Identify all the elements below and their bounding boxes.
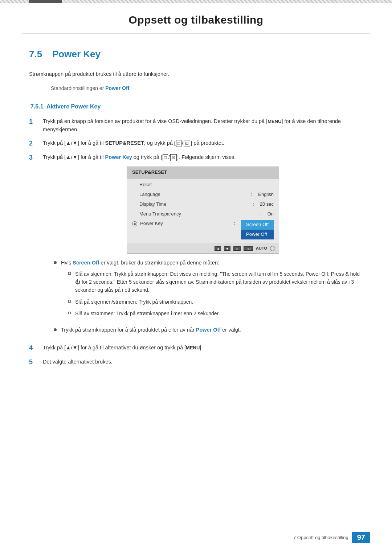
osd-label-language: Language (139, 191, 249, 198)
step-5: Det valgte alternativet brukes. (29, 358, 363, 367)
sub-bullet-3: Slå av strømmen: Trykk på strømknappen i… (68, 309, 363, 317)
sub-bullet-square-2 (68, 300, 71, 303)
sub-bullet-square-3 (68, 312, 71, 314)
sub-bullet-1: Slå av skjermen: Trykk på strømknappen. … (68, 270, 363, 294)
subsection-heading: 7.5.1 Aktivere Power Key (29, 103, 363, 110)
osd-screenshot: SETUP&RESET Reset Language : English Dis… (127, 167, 279, 253)
sub-bullet-2: Slå på skjermen/strømmen: Trykk på strøm… (68, 298, 363, 306)
osd-label-display-time: Display Time (139, 201, 250, 208)
osd-footer-icon-1: ◄ (215, 246, 221, 251)
osd-label-power-key: Power Key (140, 220, 232, 227)
main-content: 7.5 Power Key Strømknappen på produktet … (0, 34, 392, 401)
icon-box-double: ⊡ (184, 140, 190, 147)
osd-footer-circle (270, 246, 275, 251)
osd-header: SETUP&RESET (127, 167, 279, 178)
osd-submenu-power-off: Power Off (241, 230, 274, 239)
default-note: Standardinnstillingen er Power Off. (51, 84, 363, 92)
step-1-text: Trykk på en knapp på forsiden av produkt… (43, 117, 363, 134)
osd-footer-icon-4: □⊡ (244, 246, 253, 251)
bullet-section: Hvis Screen Off er valgt, bruker du strø… (54, 259, 363, 334)
osd-footer: ◄ ▼ A □⊡ AUTO (127, 243, 279, 253)
step-2: Trykk på [▲/▼] for å gå til SETUP&RESET,… (29, 139, 363, 148)
osd-footer-auto: AUTO (256, 245, 267, 252)
step-4: Trykk på [▲/▼] for å gå til alternativet… (29, 344, 363, 353)
section-number: 7.5 (29, 49, 46, 60)
bullet-item-power-off: Trykk på strømknappen for å slå produkte… (54, 326, 363, 334)
screen-off-label: Screen Off (73, 260, 99, 266)
section-heading: 7.5 Power Key (29, 49, 363, 60)
page-footer: 7 Oppsett og tilbakestilling 97 (293, 532, 370, 543)
steps-list: Trykk på en knapp på forsiden av produkt… (29, 117, 363, 367)
default-note-bold: Power Off (105, 85, 129, 91)
setup-reset-label: SETUP&RESET (105, 140, 144, 146)
osd-submenu-screen-off: Screen Off (241, 220, 274, 230)
osd-value-menu-transparency: On (264, 210, 274, 218)
osd-footer-icon-3: A (233, 246, 241, 251)
step-4-text: Trykk på [▲/▼] for å gå til alternativet… (43, 344, 203, 353)
top-accent-bar (29, 0, 62, 3)
icon-box-single-2: □ (163, 154, 168, 161)
footer-page-number: 97 (352, 532, 370, 543)
page-title: Oppsett og tilbakestilling (22, 14, 370, 26)
icon-box-double-2: ⊡ (170, 154, 177, 161)
power-key-label: Power Key (105, 154, 132, 160)
menu-key-2: MENU (186, 345, 200, 350)
osd-label-menu-transparency: Menu Transparency (139, 210, 258, 218)
footer-chapter-text: 7 Oppsett og tilbakestilling (293, 535, 348, 540)
page-header: Oppsett og tilbakestilling (22, 3, 370, 34)
osd-row-menu-transparency: Menu Transparency : On (127, 209, 279, 219)
sub-bullet-square-1 (68, 272, 71, 275)
icon-box-single: □ (176, 140, 181, 147)
osd-body: Reset Language : English Display Time : … (127, 178, 279, 243)
subsection-number: 7.5.1 (30, 103, 44, 110)
osd-row-display-time: Display Time : 20 sec (127, 200, 279, 209)
osd-row-language: Language : English (127, 190, 279, 200)
osd-label-reset: Reset (139, 181, 274, 189)
bullet-text-power-off: Trykk på strømknappen for å slå produkte… (61, 326, 363, 334)
osd-submenu: Screen Off Power Off (241, 220, 274, 239)
section-title: Power Key (52, 49, 101, 60)
osd-value-display-time: 20 sec (256, 201, 274, 208)
subsection-title: Aktivere Power Key (46, 103, 101, 110)
sub-bullet-text-3: Slå av strømmen: Trykk på strømknappen i… (75, 309, 363, 317)
step-3: Trykk på [▲/▼] for å gå til Power Key og… (29, 153, 363, 338)
step-2-text: Trykk på [▲/▼] for å gå til SETUP&RESET,… (43, 139, 224, 148)
sub-bullet-text-1: Slå av skjermen: Trykk på strømknappen. … (75, 270, 363, 294)
sub-bullet-list-1: Slå av skjermen: Trykk på strømknappen. … (68, 270, 363, 318)
osd-footer-icon-2: ▼ (224, 246, 230, 251)
sub-bullet-text-2: Slå på skjermen/strømmen: Trykk på strøm… (75, 298, 363, 306)
default-note-suffix: . (129, 85, 131, 91)
step-3-text: Trykk på [▲/▼] for å gå til Power Key og… (43, 153, 363, 338)
default-note-prefix: Standardinnstillingen er (51, 85, 105, 91)
bullet-text-screen-off: Hvis Screen Off er valgt, bruker du strø… (61, 259, 363, 321)
step-5-text: Det valgte alternativet brukes. (43, 358, 113, 367)
osd-value-language: English (254, 191, 274, 198)
bullet-dot-1 (54, 261, 57, 264)
step-1: Trykk på en knapp på forsiden av produkt… (29, 117, 363, 134)
osd-row-reset: Reset (127, 180, 279, 190)
osd-row-power-key: Power Key : Screen Off Power Off (127, 219, 279, 241)
bullet-dot-2 (54, 328, 57, 331)
power-off-label: Power Off (196, 327, 221, 333)
bullet-item-screen-off: Hvis Screen Off er valgt, bruker du strø… (54, 259, 363, 321)
osd-icon-power-key (132, 221, 137, 226)
menu-key-1: MENU (268, 119, 281, 124)
intro-paragraph: Strømknappen på produktet brukes til å u… (29, 70, 363, 78)
